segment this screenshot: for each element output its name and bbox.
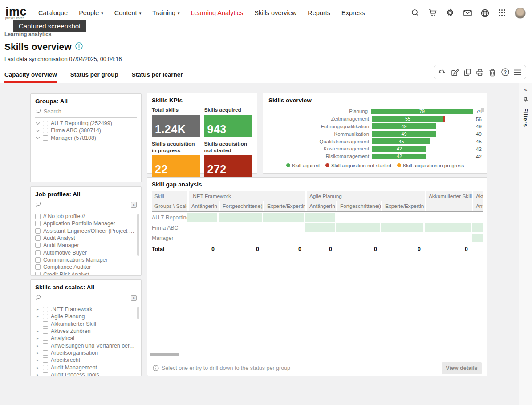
- gap-data-cell[interactable]: [381, 223, 423, 232]
- chevron-right-icon[interactable]: ▸: [35, 336, 40, 340]
- chart-bar-row[interactable]: Zeitmanagement5556: [268, 115, 482, 123]
- checkbox[interactable]: [43, 343, 48, 348]
- gap-data-cell[interactable]: [336, 213, 380, 222]
- job-profile-item[interactable]: Automotive Buyer: [35, 249, 137, 256]
- checkbox[interactable]: [43, 307, 48, 312]
- skill-scale-item[interactable]: ▸Audit Process Tools: [35, 371, 137, 376]
- skill-scale-item[interactable]: Akkumulierter Skill: [35, 320, 137, 328]
- checkbox[interactable]: [35, 214, 41, 219]
- nav-item-training[interactable]: Training▾: [152, 9, 179, 16]
- gap-data-cell[interactable]: [425, 213, 471, 222]
- gap-data-cell[interactable]: [187, 234, 217, 242]
- gap-data-cell[interactable]: [381, 213, 423, 222]
- checkbox[interactable]: [43, 135, 48, 141]
- gap-data-cell[interactable]: [305, 234, 335, 242]
- checkbox[interactable]: [43, 321, 48, 327]
- gap-data-cell[interactable]: [187, 213, 217, 222]
- collapse-chevrons-icon[interactable]: «: [524, 86, 527, 92]
- help-icon[interactable]: ?: [501, 68, 510, 77]
- checkbox[interactable]: [35, 243, 41, 248]
- gap-data-cell[interactable]: [305, 213, 335, 222]
- imc-logo[interactable]: imc part of Scheer: [5, 6, 27, 20]
- job-profile-item[interactable]: Communications Manager: [35, 256, 137, 263]
- gap-data-cell[interactable]: [425, 234, 471, 242]
- settings-gear-icon[interactable]: [445, 8, 455, 18]
- gap-data-cell[interactable]: [381, 234, 423, 242]
- job-profile-item[interactable]: Application Portfolio Manager: [35, 220, 137, 227]
- skill-scale-item[interactable]: ▸Arbeitsrecht: [35, 356, 137, 364]
- skill-scale-item[interactable]: ▸Aktives Zuhören: [35, 328, 137, 335]
- delete-trash-icon[interactable]: [488, 68, 497, 77]
- gap-data-cell[interactable]: [263, 213, 304, 222]
- gap-data-cell[interactable]: [187, 223, 217, 232]
- pin-icon[interactable]: [523, 96, 528, 104]
- chart-bar-row[interactable]: Risikomanagement4242: [268, 153, 482, 160]
- checkbox[interactable]: [35, 257, 41, 263]
- gap-data-cell[interactable]: [472, 234, 483, 242]
- checkbox[interactable]: [35, 264, 41, 270]
- gap-data-cell[interactable]: [336, 223, 380, 232]
- chart-bar-row[interactable]: Qualitätsmanagement4545: [268, 138, 482, 145]
- scrollbar-thumb[interactable]: [137, 307, 139, 319]
- checkbox[interactable]: [35, 250, 41, 255]
- checkbox[interactable]: [43, 336, 48, 341]
- clear-search-icon[interactable]: ×: [131, 295, 137, 301]
- gap-data-cell[interactable]: [336, 234, 380, 242]
- user-avatar[interactable]: [515, 8, 526, 19]
- scrollbar-thumb[interactable]: [137, 214, 139, 256]
- chevron-right-icon[interactable]: ▸: [35, 358, 40, 362]
- nav-item-skills-overview[interactable]: Skills overview: [254, 9, 296, 16]
- tab-capacity-overview[interactable]: Capacity overview: [4, 71, 57, 83]
- skill-scale-item[interactable]: ▸Analytical: [35, 335, 137, 342]
- gap-data-cell[interactable]: [219, 213, 262, 222]
- skill-scale-item[interactable]: ▸.NET Framework: [35, 306, 137, 313]
- nav-item-learning-analytics[interactable]: Learning Analytics: [191, 9, 244, 16]
- mail-icon[interactable]: [463, 8, 472, 18]
- nav-item-express[interactable]: Express: [341, 9, 365, 16]
- checkbox[interactable]: [43, 350, 48, 356]
- chevron-right-icon[interactable]: ▸: [35, 314, 40, 319]
- job-profiles-search-input[interactable]: [44, 202, 128, 208]
- chevron-right-icon[interactable]: ▸: [35, 365, 40, 370]
- gap-table-row[interactable]: AU 7 Reporting: [152, 212, 483, 223]
- chart-bar-row[interactable]: Führungsqualifikation4949: [268, 123, 482, 130]
- gap-table-row[interactable]: Manager: [152, 233, 483, 243]
- checkbox[interactable]: [35, 228, 41, 234]
- job-profile-item[interactable]: Compliance Auditor: [35, 263, 137, 271]
- chevron-right-icon[interactable]: ▸: [35, 307, 40, 312]
- checkbox[interactable]: [35, 235, 41, 241]
- gap-data-cell[interactable]: [219, 234, 262, 242]
- checkbox[interactable]: [43, 365, 48, 370]
- chart-bar-row[interactable]: Planung7979: [268, 108, 482, 115]
- chart-bar-row[interactable]: Kostenmanagement4242: [268, 145, 482, 153]
- chart-bar-row[interactable]: Kommunikation4949: [268, 130, 482, 138]
- chevron-down-icon[interactable]: [35, 129, 40, 132]
- skill-scale-item[interactable]: ▸Audit Management: [35, 364, 137, 371]
- nav-item-people[interactable]: People▾: [79, 9, 103, 16]
- group-tree-item[interactable]: Firma ABC (380714): [35, 127, 137, 134]
- job-profile-item[interactable]: Credit Risk Analyst: [35, 271, 137, 276]
- chevron-right-icon[interactable]: ▸: [35, 351, 40, 355]
- cart-icon[interactable]: [428, 8, 438, 18]
- gap-data-cell[interactable]: [263, 234, 304, 242]
- tab-status-per-group[interactable]: Status per group: [70, 71, 118, 83]
- groups-search-input[interactable]: [44, 109, 137, 115]
- menu-icon[interactable]: [513, 68, 522, 77]
- chevron-right-icon[interactable]: ▸: [35, 329, 40, 333]
- info-icon[interactable]: [75, 42, 83, 52]
- gap-data-cell[interactable]: [219, 223, 262, 232]
- apps-grid-icon[interactable]: [497, 8, 507, 18]
- job-profile-item[interactable]: Audit Analyst: [35, 235, 137, 242]
- globe-icon[interactable]: [480, 8, 490, 18]
- chevron-down-icon[interactable]: [35, 136, 40, 139]
- gap-table-row[interactable]: Firma ABC: [152, 223, 483, 233]
- checkbox[interactable]: [43, 372, 48, 376]
- copy-icon[interactable]: [463, 68, 472, 77]
- breadcrumb[interactable]: Learning analytics: [4, 31, 51, 37]
- job-profile-item[interactable]: Audit Manager: [35, 242, 137, 249]
- job-profile-item[interactable]: // No job profile //: [35, 213, 137, 220]
- skill-scale-item[interactable]: ▸Arbeitsorganisation: [35, 349, 137, 356]
- checkbox[interactable]: [35, 272, 41, 276]
- checkbox[interactable]: [43, 128, 48, 133]
- skills-scales-search-input[interactable]: [44, 295, 128, 301]
